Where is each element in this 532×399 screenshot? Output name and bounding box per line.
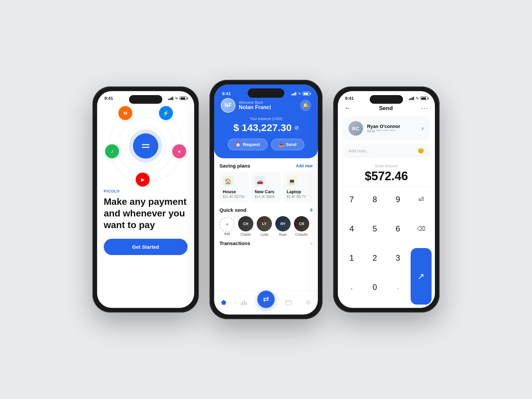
svg-rect-4 — [244, 300, 245, 305]
signal-icon-2 — [291, 92, 296, 95]
phone-2: 9:41 ∿ NF — [209, 80, 323, 319]
key-2[interactable]: 2 — [364, 247, 386, 269]
p2-profile-row: NF Welcome Back Nolan Franci 🔔 — [221, 98, 311, 113]
user-avatar: NF — [221, 98, 235, 113]
saving-card-cars[interactable]: 🚗 New Cars $14.3K /$80K — [251, 172, 281, 202]
key-6[interactable]: 6 — [387, 218, 409, 239]
page-title: Send — [379, 105, 393, 112]
house-name: House — [223, 189, 245, 194]
note-placeholder: Add note... — [348, 148, 369, 153]
get-started-button[interactable]: Get Started — [104, 239, 188, 255]
balance-label: Your balance (USD) — [221, 117, 311, 121]
bottom-nav: ⬟ ⇄ ⚙ — [214, 290, 318, 315]
status-icons-1: ∿ — [168, 96, 187, 100]
saving-plans-list: 🏠 House $31.4K /$270K 🚗 New Cars $14.3K … — [219, 172, 313, 202]
headline-text: Make any payment and whenever you want t… — [104, 196, 188, 231]
battery-icon-3 — [420, 96, 428, 100]
svg-rect-3 — [242, 301, 243, 305]
cars-amount: $14.3K /$80K — [255, 195, 277, 199]
key-3[interactable]: 3 — [387, 247, 409, 269]
qs-charlie[interactable]: CH Charlie — [238, 216, 253, 236]
cristofer-label: Cristofer — [294, 233, 309, 236]
key-7[interactable]: 7 — [340, 189, 363, 210]
phone-1: 9:41 ∿ — [92, 86, 199, 313]
back-button[interactable]: ← — [344, 105, 350, 112]
recipient-avatar: RC — [348, 121, 363, 136]
recipient-card[interactable]: RC Ryan O'connor 6032 **** **** **** ∨ — [343, 116, 430, 140]
laptop-amount: $2.4K /$5.7K — [287, 195, 309, 199]
key-1[interactable]: 1 — [340, 247, 363, 269]
nav-home[interactable]: ⬟ — [218, 297, 229, 308]
nav-cards[interactable] — [283, 297, 294, 308]
saving-card-laptop[interactable]: 💻 Laptop $2.4K /$5.7K — [283, 172, 313, 202]
status-icons-2: ∿ — [291, 91, 310, 96]
recipient-card-number: 6032 **** **** **** — [367, 129, 417, 133]
nav-stats[interactable] — [238, 297, 249, 308]
status-icons-3: ∿ — [409, 96, 428, 100]
dynamic-island-3 — [370, 95, 403, 104]
key-8[interactable]: 8 — [364, 189, 386, 210]
transactions-title: Transactions — [219, 240, 250, 246]
saving-card-house[interactable]: 🏠 House $31.4K /$270K — [219, 172, 249, 202]
house-amount: $31.4K /$270K — [223, 195, 245, 199]
battery-icon-1 — [180, 96, 187, 100]
signal-icon-3 — [409, 97, 414, 100]
nav-center-action[interactable]: ⇄ — [257, 291, 275, 308]
qs-cristofer[interactable]: CR Cristofer — [294, 216, 309, 236]
p2-actions: ⏰ Request 📤 Send — [221, 139, 311, 150]
p2-body: Saving plans Add new 🏠 House $31.4K /$27… — [214, 158, 318, 290]
status-time-2: 9:41 — [222, 91, 231, 96]
wifi-icon-1: ∿ — [175, 96, 178, 100]
cars-name: New Cars — [255, 189, 277, 194]
phones-container: 9:41 ∿ — [92, 80, 440, 319]
notification-bell[interactable]: 🔔 — [300, 100, 311, 111]
laptop-name: Laptop — [287, 189, 309, 194]
lydia-label: Lydia — [257, 233, 272, 236]
qs-ryan[interactable]: RY Ryan — [275, 216, 291, 236]
brand-name: PICOLO — [104, 189, 188, 193]
user-name: Nolan Franci — [239, 104, 300, 110]
key-dot[interactable]: . — [387, 277, 409, 298]
battery-icon-2 — [303, 92, 310, 95]
chevron-down-icon: ∨ — [421, 126, 424, 131]
key-4[interactable]: 4 — [340, 218, 363, 239]
status-time-3: 9:41 — [345, 96, 354, 101]
phone-3: 9:41 ∿ ← Send ··· RC — [333, 86, 440, 313]
quick-send-title: Quick send — [219, 207, 246, 213]
emoji-button[interactable]: 😊 — [418, 148, 424, 154]
cars-icon: 🚗 — [255, 176, 265, 187]
transactions-header: Transactions ○ — [219, 240, 313, 246]
add-label: Add — [219, 232, 235, 236]
qs-lydia[interactable]: LY Lydia — [257, 216, 272, 236]
key-5[interactable]: 5 — [364, 218, 386, 239]
charlie-label: Charlie — [238, 233, 253, 236]
app-icon-spotify: ♪ — [105, 144, 119, 158]
recipient-name: Ryan O'connor — [367, 124, 417, 129]
key-comma[interactable]: , — [340, 277, 363, 298]
keypad: 7 8 9 ⏎ 4 5 6 ⌫ 1 2 3 ↗ , 0 . — [338, 187, 435, 308]
circles-animation: M ⚡ ♪ ● ▶ — [104, 103, 188, 189]
send-confirm-button[interactable]: ↗ — [411, 248, 432, 305]
request-button[interactable]: ⏰ Request — [228, 139, 267, 150]
recipient-info: Ryan O'connor 6032 **** **** **** — [367, 124, 417, 133]
more-options-button[interactable]: ··· — [421, 105, 428, 112]
send-button[interactable]: 📤 Send — [271, 139, 304, 150]
amount-display: $572.46 — [348, 169, 424, 183]
hide-balance-icon[interactable]: ⊘ — [294, 125, 299, 131]
key-9[interactable]: 9 — [387, 189, 409, 210]
nav-settings[interactable]: ⚙ — [303, 297, 314, 308]
saving-plans-title: Saving plans — [219, 163, 250, 169]
key-0[interactable]: 0 — [364, 277, 386, 298]
saving-plans-header: Saving plans Add new — [219, 163, 313, 169]
dynamic-island-1 — [129, 95, 162, 104]
add-new-button[interactable]: Add new — [296, 164, 313, 168]
note-field[interactable]: Add note... 😊 — [343, 144, 430, 158]
svg-rect-5 — [246, 302, 247, 305]
key-return[interactable]: ⏎ — [410, 189, 433, 210]
key-delete[interactable]: ⌫ — [410, 218, 433, 239]
amount-label: Enter Amount — [348, 164, 424, 168]
p3-header: ← Send ··· — [338, 103, 435, 116]
center-logo — [133, 133, 158, 159]
quick-send-count: 8 — [310, 208, 313, 212]
add-recipient[interactable]: + Add — [219, 217, 235, 236]
